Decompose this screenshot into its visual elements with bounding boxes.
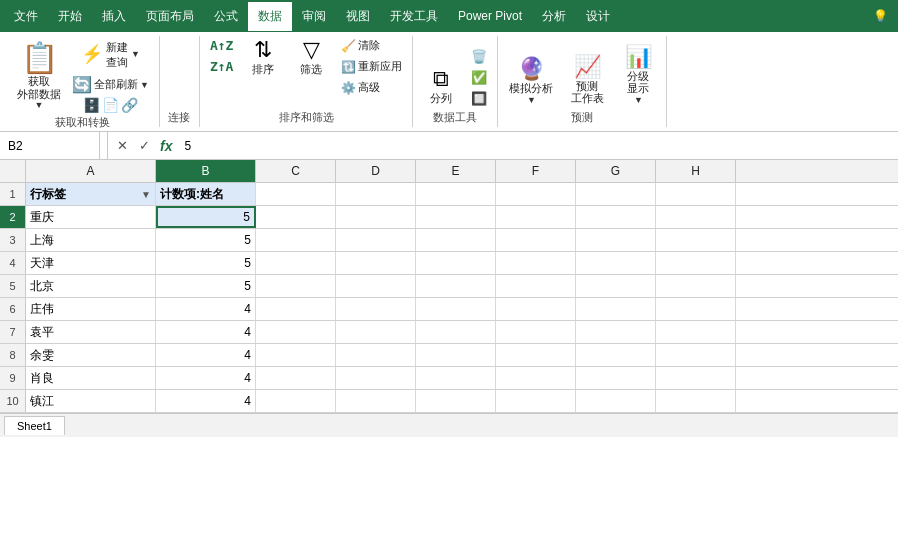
row-num-5[interactable]: 5 [0,275,26,297]
col-header-D[interactable]: D [336,160,416,182]
tab-page-layout[interactable]: 页面布局 [136,2,204,31]
clear-button[interactable]: 🧹 清除 [337,36,406,55]
tab-home[interactable]: 开始 [48,2,92,31]
cell-H4[interactable] [656,252,736,274]
sort-button[interactable]: ⇅ 排序 [241,36,285,79]
tab-power-pivot[interactable]: Power Pivot [448,3,532,29]
cell-D6[interactable] [336,298,416,320]
cell-G10[interactable] [576,390,656,412]
cell-E6[interactable] [416,298,496,320]
cell-G9[interactable] [576,367,656,389]
tab-review[interactable]: 审阅 [292,2,336,31]
tab-insert[interactable]: 插入 [92,2,136,31]
filter-dropdown-A1[interactable]: ▼ [141,189,151,200]
tab-analysis[interactable]: 分析 [532,2,576,31]
cell-A6[interactable]: 庄伟 [26,298,156,320]
new-query-button[interactable]: ⚡ 新建 查询 ▼ [76,36,145,72]
cell-B10[interactable]: 4 [156,390,256,412]
cell-H5[interactable] [656,275,736,297]
corner-cell[interactable] [0,160,26,182]
cell-B7[interactable]: 4 [156,321,256,343]
edit-links-icon[interactable]: 🔗 [121,97,138,113]
forecast-sheet-button[interactable]: 📈 预测工作表 [562,53,612,108]
refresh-all-button[interactable]: 🔄 全部刷新 ▼ [68,73,153,96]
sort-za-button[interactable]: Z↑A [206,57,237,76]
cell-A3[interactable]: 上海 [26,229,156,251]
cell-E3[interactable] [416,229,496,251]
cell-F2[interactable] [496,206,576,228]
properties-icon[interactable]: 📄 [102,97,119,113]
cell-reference-box[interactable]: B2 [0,132,100,160]
cell-B8[interactable]: 4 [156,344,256,366]
cell-F10[interactable] [496,390,576,412]
tab-file[interactable]: 文件 [4,2,48,31]
tab-formulas[interactable]: 公式 [204,2,248,31]
cell-H7[interactable] [656,321,736,343]
cell-A7[interactable]: 袁平 [26,321,156,343]
tab-design[interactable]: 设计 [576,2,620,31]
cell-C5[interactable] [256,275,336,297]
cell-D2[interactable] [336,206,416,228]
cell-G8[interactable] [576,344,656,366]
row-num-1[interactable]: 1 [0,183,26,205]
cell-F6[interactable] [496,298,576,320]
row-num-6[interactable]: 6 [0,298,26,320]
cell-F3[interactable] [496,229,576,251]
group-outline-button[interactable]: 📊 分级显示 ▼ [616,43,660,108]
confirm-formula-button[interactable]: ✓ [134,136,154,156]
cell-C7[interactable] [256,321,336,343]
cell-F4[interactable] [496,252,576,274]
row-num-4[interactable]: 4 [0,252,26,274]
sheet-tab-1[interactable]: Sheet1 [4,416,65,435]
cell-G5[interactable] [576,275,656,297]
cell-E10[interactable] [416,390,496,412]
cell-D1[interactable] [336,183,416,205]
cell-A9[interactable]: 肖良 [26,367,156,389]
cell-D4[interactable] [336,252,416,274]
advanced-button[interactable]: ⚙️ 高级 [337,78,406,97]
tab-developer[interactable]: 开发工具 [380,2,448,31]
cell-C10[interactable] [256,390,336,412]
row-num-2[interactable]: 2 [0,206,26,228]
cell-D9[interactable] [336,367,416,389]
cell-D5[interactable] [336,275,416,297]
cell-A1[interactable]: 行标签 ▼ [26,183,156,205]
cell-E4[interactable] [416,252,496,274]
cancel-formula-button[interactable]: ✕ [112,136,132,156]
cell-E5[interactable] [416,275,496,297]
cell-E9[interactable] [416,367,496,389]
cell-E7[interactable] [416,321,496,343]
tab-view[interactable]: 视图 [336,2,380,31]
cell-F9[interactable] [496,367,576,389]
col-header-E[interactable]: E [416,160,496,182]
cell-G3[interactable] [576,229,656,251]
formula-input[interactable] [180,139,898,153]
cell-C1[interactable] [256,183,336,205]
cell-H9[interactable] [656,367,736,389]
consolidate-button[interactable]: 🔲 [467,89,491,108]
connection-icon[interactable]: 🗄️ [83,97,100,113]
row-num-3[interactable]: 3 [0,229,26,251]
cell-C4[interactable] [256,252,336,274]
cell-H10[interactable] [656,390,736,412]
tab-data[interactable]: 数据 [248,2,292,31]
cell-H2[interactable] [656,206,736,228]
cell-C3[interactable] [256,229,336,251]
cell-H1[interactable] [656,183,736,205]
cell-A5[interactable]: 北京 [26,275,156,297]
row-num-9[interactable]: 9 [0,367,26,389]
cell-B6[interactable]: 4 [156,298,256,320]
cell-H3[interactable] [656,229,736,251]
sort-az-button[interactable]: A↑Z [206,36,237,55]
cell-G7[interactable] [576,321,656,343]
cell-F7[interactable] [496,321,576,343]
cell-C6[interactable] [256,298,336,320]
cell-A10[interactable]: 镇江 [26,390,156,412]
cell-A2[interactable]: 重庆 [26,206,156,228]
col-header-H[interactable]: H [656,160,736,182]
cell-E1[interactable] [416,183,496,205]
cell-B9[interactable]: 4 [156,367,256,389]
cell-B2[interactable]: 5 [156,206,256,228]
reapply-button[interactable]: 🔃 重新应用 [337,57,406,76]
help-icon[interactable]: 💡 [863,3,898,29]
